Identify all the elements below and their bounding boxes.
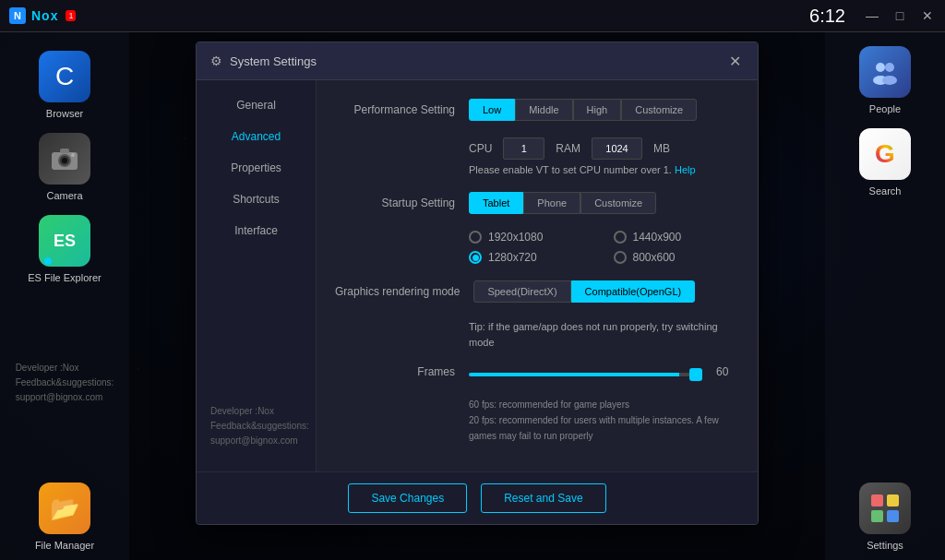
nav-advanced[interactable]: Advanced xyxy=(197,121,316,152)
nox-logo-icon: N xyxy=(9,7,26,24)
left-sidebar: C Browser Camera ES ES File Explorer Dev… xyxy=(0,32,129,560)
dialog-developer-info: Developer :Nox Feedback&suggestions: sup… xyxy=(197,390,316,462)
vt-hint: Please enable VT to set CPU number over … xyxy=(469,164,739,175)
sidebar-item-filemanager[interactable]: 📂 File Manager xyxy=(35,483,94,551)
cpu-label: CPU xyxy=(469,142,492,155)
resolution-group: 1920x1080 1440x900 1280x720 800x600 xyxy=(469,231,739,264)
settings-content: Performance Setting Low Middle High Cust… xyxy=(317,80,758,471)
sidebar-developer-info: Developer :Nox Feedback&suggestions: sup… xyxy=(2,347,128,419)
startup-btn-group: Tablet Phone Customize xyxy=(469,192,656,214)
graphics-tip: Tip: if the game/app does not run proper… xyxy=(469,319,739,350)
res-800x600[interactable]: 800x600 xyxy=(614,251,740,264)
res-1280x720[interactable]: 1280x720 xyxy=(469,251,595,264)
svg-rect-11 xyxy=(887,494,899,506)
startup-label: Startup Setting xyxy=(335,197,455,209)
google-icon: G xyxy=(859,128,911,180)
dialog-title: ⚙ System Settings xyxy=(210,54,317,68)
window-controls: — □ ✕ xyxy=(859,3,945,29)
save-changes-button[interactable]: Save Changes xyxy=(348,483,467,513)
frames-slider-container xyxy=(469,363,702,380)
maximize-button[interactable]: □ xyxy=(887,3,913,29)
right-sidebar: People G Search Settings xyxy=(825,32,945,560)
svg-rect-4 xyxy=(60,149,69,153)
startup-tablet-button[interactable]: Tablet xyxy=(469,192,523,214)
minimize-button[interactable]: — xyxy=(859,3,885,29)
performance-setting-row: Performance Setting Low Middle High Cust… xyxy=(335,99,739,121)
clock-display: 6:12 xyxy=(809,6,859,27)
svg-point-5 xyxy=(71,153,75,157)
graphics-setting-row: Graphics rendering mode Speed(DirectX) C… xyxy=(335,280,739,303)
svg-rect-12 xyxy=(871,510,883,522)
app-logo: N Nox 1 xyxy=(0,7,85,24)
ram-input[interactable] xyxy=(592,137,642,160)
nav-properties[interactable]: Properties xyxy=(197,152,316,184)
cpu-input[interactable] xyxy=(503,137,544,160)
sidebar-item-browser[interactable]: C Browser xyxy=(39,51,90,119)
frames-hint: 60 fps: recommended for game players 20 … xyxy=(469,397,739,444)
people-icon xyxy=(859,46,911,98)
browser-icon: C xyxy=(39,51,90,102)
right-sidebar-item-people[interactable]: People xyxy=(859,46,911,114)
nav-interface[interactable]: Interface xyxy=(197,215,316,246)
res-1920x1080-radio xyxy=(469,231,482,244)
dialog-header: ⚙ System Settings ✕ xyxy=(197,42,758,80)
dialog-body: General Advanced Properties Shortcuts In… xyxy=(197,80,758,471)
graphics-label: Graphics rendering mode xyxy=(335,285,460,298)
esfile-label: ES File Explorer xyxy=(28,272,101,283)
google-label: Search xyxy=(869,185,902,197)
perf-customize-button[interactable]: Customize xyxy=(621,99,697,121)
startup-setting-row: Startup Setting Tablet Phone Customize xyxy=(335,192,739,214)
filemanager-label: File Manager xyxy=(35,540,94,551)
camera-label: Camera xyxy=(46,190,82,201)
graphics-btn-group: Speed(DirectX) Compatible(OpenGL) xyxy=(473,280,695,303)
right-sidebar-item-settings[interactable]: Settings xyxy=(859,483,911,551)
perf-middle-button[interactable]: Middle xyxy=(515,99,572,121)
frames-value: 60 xyxy=(716,365,739,378)
titlebar: N Nox 1 6:12 — □ ✕ xyxy=(0,0,945,32)
nav-shortcuts[interactable]: Shortcuts xyxy=(197,184,316,215)
perf-low-button[interactable]: Low xyxy=(469,99,515,121)
svg-point-7 xyxy=(885,63,894,72)
dialog-actions: Save Changes Reset and Save xyxy=(197,471,758,524)
nav-general[interactable]: General xyxy=(197,89,316,121)
right-sidebar-item-google[interactable]: G Search xyxy=(859,128,911,197)
ram-label: RAM xyxy=(556,142,580,155)
svg-point-9 xyxy=(882,76,897,85)
frames-slider[interactable] xyxy=(469,373,702,376)
modal-overlay: ⚙ System Settings ✕ General Advanced Pro… xyxy=(129,32,825,560)
reset-save-button[interactable]: Reset and Save xyxy=(481,483,605,513)
settings-app-label: Settings xyxy=(867,540,903,551)
startup-customize-button[interactable]: Customize xyxy=(580,192,656,214)
perf-high-button[interactable]: High xyxy=(573,99,622,121)
notification-badge: 1 xyxy=(66,10,76,21)
dot-indicator xyxy=(44,257,52,265)
app-name: Nox xyxy=(31,8,58,23)
dialog-close-button[interactable]: ✕ xyxy=(725,52,744,70)
close-window-button[interactable]: ✕ xyxy=(915,3,940,29)
svg-rect-13 xyxy=(887,510,899,522)
cpu-ram-row: CPU RAM MB xyxy=(469,137,739,160)
graphics-speed-button[interactable]: Speed(DirectX) xyxy=(473,280,570,303)
gear-icon: ⚙ xyxy=(210,54,222,68)
res-800x600-radio xyxy=(614,251,627,264)
sidebar-item-camera[interactable]: Camera xyxy=(39,133,90,201)
mb-label: MB xyxy=(653,142,670,155)
startup-phone-button[interactable]: Phone xyxy=(523,192,580,214)
svg-point-3 xyxy=(62,158,67,163)
res-1440x900-radio xyxy=(614,231,627,244)
settings-dialog: ⚙ System Settings ✕ General Advanced Pro… xyxy=(196,42,759,525)
settings-app-icon xyxy=(859,483,911,534)
esfile-icon: ES xyxy=(39,215,90,267)
browser-label: Browser xyxy=(46,108,83,119)
sidebar-item-esfile[interactable]: ES ES File Explorer xyxy=(28,215,101,283)
frames-setting-row: Frames 60 xyxy=(335,363,739,380)
frames-label: Frames xyxy=(335,365,455,378)
performance-label: Performance Setting xyxy=(335,103,455,116)
settings-nav: General Advanced Properties Shortcuts In… xyxy=(197,80,317,471)
filemanager-icon: 📂 xyxy=(39,483,90,534)
vt-help-link[interactable]: Help xyxy=(675,164,696,175)
graphics-compatible-button[interactable]: Compatible(OpenGL) xyxy=(571,280,696,303)
performance-btn-group: Low Middle High Customize xyxy=(469,99,697,121)
res-1440x900[interactable]: 1440x900 xyxy=(614,231,740,244)
res-1920x1080[interactable]: 1920x1080 xyxy=(469,231,595,244)
